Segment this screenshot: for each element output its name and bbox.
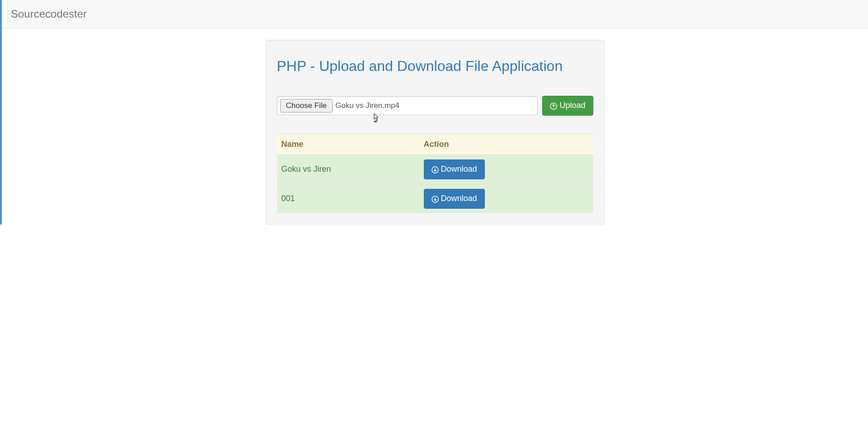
table-header-row: Name Action — [277, 134, 593, 155]
download-icon — [432, 166, 439, 173]
download-button[interactable]: Download — [424, 189, 485, 209]
file-name-cell: Goku vs Jiren — [277, 155, 419, 184]
download-button[interactable]: Download — [424, 159, 485, 179]
download-icon — [432, 195, 439, 202]
table-row: Goku vs Jiren Download — [277, 155, 593, 184]
files-table: Name Action Goku vs Jiren Download001 Do… — [277, 134, 593, 213]
content-well: PHP - Upload and Download File Applicati… — [266, 40, 605, 225]
file-input[interactable]: Choose File Goku vs Jiren.mp4 — [277, 96, 538, 115]
file-name-cell: 001 — [277, 184, 419, 213]
upload-icon — [550, 102, 557, 109]
header-action: Action — [419, 134, 593, 155]
table-row: 001 Download — [277, 184, 593, 213]
upload-button[interactable]: Upload — [542, 96, 593, 116]
divider — [277, 84, 593, 84]
upload-form: Choose File Goku vs Jiren.mp4 Upload — [277, 96, 593, 116]
main-container: PHP - Upload and Download File Applicati… — [259, 40, 611, 225]
navbar-brand[interactable]: Sourcecodester — [11, 8, 87, 20]
navbar: Sourcecodester — [2, 0, 868, 28]
header-name: Name — [277, 134, 419, 155]
action-cell: Download — [419, 184, 593, 213]
action-cell: Download — [419, 155, 593, 184]
download-button-label: Download — [441, 164, 477, 175]
download-button-label: Download — [441, 193, 477, 204]
page-title: PHP - Upload and Download File Applicati… — [277, 58, 593, 75]
upload-button-label: Upload — [559, 100, 585, 111]
selected-file-name: Goku vs Jiren.mp4 — [335, 101, 399, 110]
choose-file-button[interactable]: Choose File — [280, 99, 333, 112]
